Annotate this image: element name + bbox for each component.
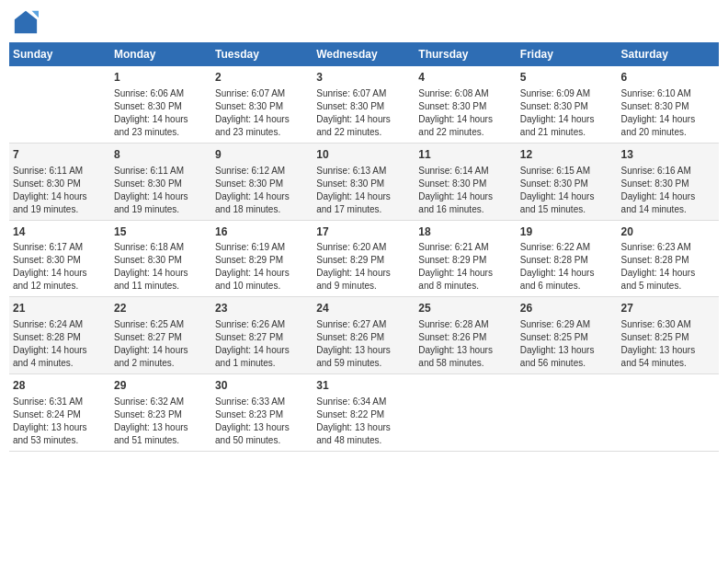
date-number: 13: [621, 147, 715, 163]
cell-info: Sunrise: 6:10 AM Sunset: 8:30 PM Dayligh…: [621, 87, 715, 139]
date-number: 6: [621, 70, 715, 86]
date-number: 31: [316, 378, 411, 394]
date-number: 24: [316, 301, 411, 316]
calendar-cell: 21Sunrise: 6:24 AM Sunset: 8:28 PM Dayli…: [9, 297, 110, 374]
date-number: 26: [520, 301, 614, 316]
cell-info: Sunrise: 6:08 AM Sunset: 8:30 PM Dayligh…: [418, 87, 513, 139]
date-number: 16: [215, 224, 309, 240]
calendar-cell: 17Sunrise: 6:20 AM Sunset: 8:29 PM Dayli…: [313, 220, 415, 297]
calendar-cell: 2Sunrise: 6:07 AM Sunset: 8:30 PM Daylig…: [211, 66, 313, 143]
calendar-cell: 23Sunrise: 6:26 AM Sunset: 8:27 PM Dayli…: [211, 297, 313, 374]
calendar-cell: 26Sunrise: 6:29 AM Sunset: 8:25 PM Dayli…: [517, 297, 618, 374]
day-header-saturday: Saturday: [618, 42, 719, 66]
calendar-cell: 12Sunrise: 6:15 AM Sunset: 8:30 PM Dayli…: [517, 143, 618, 220]
calendar-cell: 5Sunrise: 6:09 AM Sunset: 8:30 PM Daylig…: [517, 66, 618, 143]
calendar-cell: 19Sunrise: 6:22 AM Sunset: 8:28 PM Dayli…: [517, 220, 618, 297]
calendar-cell: 13Sunrise: 6:16 AM Sunset: 8:30 PM Dayli…: [618, 143, 719, 220]
cell-info: Sunrise: 6:07 AM Sunset: 8:30 PM Dayligh…: [215, 87, 309, 139]
cell-info: Sunrise: 6:27 AM Sunset: 8:26 PM Dayligh…: [316, 318, 411, 370]
calendar-cell: 3Sunrise: 6:07 AM Sunset: 8:30 PM Daylig…: [313, 66, 415, 143]
date-number: 8: [114, 147, 208, 163]
cell-info: Sunrise: 6:25 AM Sunset: 8:27 PM Dayligh…: [114, 318, 208, 370]
date-number: 28: [13, 378, 107, 394]
day-header-thursday: Thursday: [415, 42, 517, 66]
day-header-monday: Monday: [110, 42, 211, 66]
calendar-cell: 6Sunrise: 6:10 AM Sunset: 8:30 PM Daylig…: [618, 66, 719, 143]
week-row-1: 1Sunrise: 6:06 AM Sunset: 8:30 PM Daylig…: [9, 66, 719, 143]
day-header-sunday: Sunday: [9, 42, 110, 66]
cell-info: Sunrise: 6:28 AM Sunset: 8:26 PM Dayligh…: [418, 318, 513, 370]
date-number: 9: [215, 147, 309, 163]
date-number: 25: [418, 301, 513, 316]
week-row-5: 28Sunrise: 6:31 AM Sunset: 8:24 PM Dayli…: [9, 374, 719, 452]
calendar-cell: 15Sunrise: 6:18 AM Sunset: 8:30 PM Dayli…: [110, 220, 211, 297]
svg-marker-0: [15, 11, 37, 33]
calendar-cell: 8Sunrise: 6:11 AM Sunset: 8:30 PM Daylig…: [110, 143, 211, 220]
cell-info: Sunrise: 6:26 AM Sunset: 8:27 PM Dayligh…: [215, 318, 309, 370]
cell-info: Sunrise: 6:12 AM Sunset: 8:30 PM Dayligh…: [215, 165, 309, 216]
calendar-cell: 18Sunrise: 6:21 AM Sunset: 8:29 PM Dayli…: [415, 220, 517, 297]
date-number: 18: [418, 224, 513, 240]
calendar-cell: [415, 374, 517, 452]
calendar-cell: 10Sunrise: 6:13 AM Sunset: 8:30 PM Dayli…: [313, 143, 415, 220]
cell-info: Sunrise: 6:15 AM Sunset: 8:30 PM Dayligh…: [520, 165, 614, 216]
date-number: 27: [621, 301, 715, 316]
logo-icon: [13, 9, 39, 35]
page-header: [9, 9, 719, 35]
cell-info: Sunrise: 6:18 AM Sunset: 8:30 PM Dayligh…: [114, 241, 208, 293]
date-number: 14: [13, 224, 107, 240]
calendar-cell: 7Sunrise: 6:11 AM Sunset: 8:30 PM Daylig…: [9, 143, 110, 220]
cell-info: Sunrise: 6:33 AM Sunset: 8:23 PM Dayligh…: [215, 396, 309, 447]
calendar-cell: 31Sunrise: 6:34 AM Sunset: 8:22 PM Dayli…: [313, 374, 415, 452]
day-header-wednesday: Wednesday: [313, 42, 415, 66]
calendar-cell: 24Sunrise: 6:27 AM Sunset: 8:26 PM Dayli…: [313, 297, 415, 374]
date-number: 21: [13, 301, 107, 316]
calendar-cell: 1Sunrise: 6:06 AM Sunset: 8:30 PM Daylig…: [110, 66, 211, 143]
date-number: 4: [418, 70, 513, 86]
calendar-cell: 27Sunrise: 6:30 AM Sunset: 8:25 PM Dayli…: [618, 297, 719, 374]
calendar-cell: 9Sunrise: 6:12 AM Sunset: 8:30 PM Daylig…: [211, 143, 313, 220]
date-number: 19: [520, 224, 614, 240]
calendar-cell: 4Sunrise: 6:08 AM Sunset: 8:30 PM Daylig…: [415, 66, 517, 143]
cell-info: Sunrise: 6:19 AM Sunset: 8:29 PM Dayligh…: [215, 241, 309, 293]
calendar-cell: 25Sunrise: 6:28 AM Sunset: 8:26 PM Dayli…: [415, 297, 517, 374]
cell-info: Sunrise: 6:11 AM Sunset: 8:30 PM Dayligh…: [114, 165, 208, 216]
cell-info: Sunrise: 6:21 AM Sunset: 8:29 PM Dayligh…: [418, 241, 513, 293]
header-row: SundayMondayTuesdayWednesdayThursdayFrid…: [9, 42, 719, 66]
date-number: 2: [215, 70, 309, 86]
cell-info: Sunrise: 6:32 AM Sunset: 8:23 PM Dayligh…: [114, 396, 208, 447]
week-row-4: 21Sunrise: 6:24 AM Sunset: 8:28 PM Dayli…: [9, 297, 719, 374]
date-number: 15: [114, 224, 208, 240]
cell-info: Sunrise: 6:31 AM Sunset: 8:24 PM Dayligh…: [13, 396, 107, 447]
calendar-cell: 11Sunrise: 6:14 AM Sunset: 8:30 PM Dayli…: [415, 143, 517, 220]
week-row-3: 14Sunrise: 6:17 AM Sunset: 8:30 PM Dayli…: [9, 220, 719, 297]
cell-info: Sunrise: 6:22 AM Sunset: 8:28 PM Dayligh…: [520, 241, 614, 293]
date-number: 17: [316, 224, 411, 240]
calendar-cell: 20Sunrise: 6:23 AM Sunset: 8:28 PM Dayli…: [618, 220, 719, 297]
cell-info: Sunrise: 6:29 AM Sunset: 8:25 PM Dayligh…: [520, 318, 614, 370]
calendar-cell: 22Sunrise: 6:25 AM Sunset: 8:27 PM Dayli…: [110, 297, 211, 374]
date-number: 3: [316, 70, 411, 86]
cell-info: Sunrise: 6:07 AM Sunset: 8:30 PM Dayligh…: [316, 87, 411, 139]
cell-info: Sunrise: 6:17 AM Sunset: 8:30 PM Dayligh…: [13, 241, 107, 293]
week-row-2: 7Sunrise: 6:11 AM Sunset: 8:30 PM Daylig…: [9, 143, 719, 220]
calendar-cell: [517, 374, 618, 452]
date-number: 1: [114, 70, 208, 86]
cell-info: Sunrise: 6:23 AM Sunset: 8:28 PM Dayligh…: [621, 241, 715, 293]
date-number: 29: [114, 378, 208, 394]
cell-info: Sunrise: 6:13 AM Sunset: 8:30 PM Dayligh…: [316, 165, 411, 216]
calendar-cell: 14Sunrise: 6:17 AM Sunset: 8:30 PM Dayli…: [9, 220, 110, 297]
cell-info: Sunrise: 6:24 AM Sunset: 8:28 PM Dayligh…: [13, 318, 107, 370]
date-number: 22: [114, 301, 208, 316]
cell-info: Sunrise: 6:30 AM Sunset: 8:25 PM Dayligh…: [621, 318, 715, 370]
calendar-cell: [618, 374, 719, 452]
date-number: 12: [520, 147, 614, 163]
cell-info: Sunrise: 6:11 AM Sunset: 8:30 PM Dayligh…: [13, 165, 107, 216]
date-number: 30: [215, 378, 309, 394]
calendar-table: SundayMondayTuesdayWednesdayThursdayFrid…: [9, 42, 719, 452]
date-number: 5: [520, 70, 614, 86]
calendar-cell: 29Sunrise: 6:32 AM Sunset: 8:23 PM Dayli…: [110, 374, 211, 452]
date-number: 7: [13, 147, 107, 163]
cell-info: Sunrise: 6:09 AM Sunset: 8:30 PM Dayligh…: [520, 87, 614, 139]
date-number: 23: [215, 301, 309, 316]
